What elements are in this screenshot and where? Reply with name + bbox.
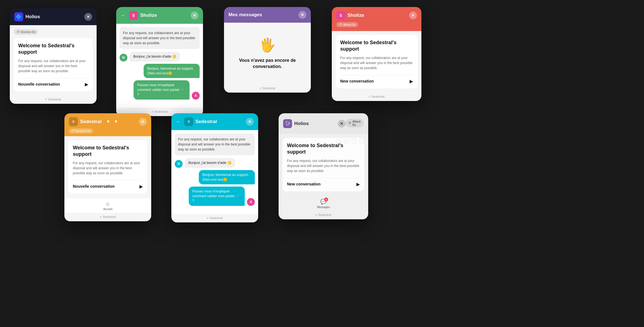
- home-icon: ⌂: [106, 201, 109, 207]
- close-button[interactable]: ✕: [191, 11, 199, 19]
- chat-messages: N Bonjour, j'ai besoin d'aide 🟡 Bonjour,…: [175, 158, 255, 206]
- bottom-nav: 💬 4 Messages: [279, 196, 368, 211]
- arrow-icon: ▶: [356, 182, 360, 187]
- holios-logo: 🔷: [14, 12, 23, 21]
- footer-text: Sedestral: [318, 213, 331, 217]
- message-row: Bonjour, bienvenue au support. Dites-moi…: [175, 170, 255, 185]
- welcome-title: Welcome to Sedestral's support: [340, 39, 413, 53]
- message-bubble: Bonjour, j'ai besoin d'aide 🟡: [185, 158, 235, 168]
- footer-text: Sedestral: [372, 95, 384, 98]
- close-button[interactable]: ✕: [84, 13, 92, 21]
- sedestral-logo: ≡: [184, 117, 193, 126]
- footer-text: Sedestral: [48, 98, 61, 101]
- welcome-card: Welcome to Sedestral's support For any r…: [336, 35, 417, 88]
- widget-footer: ≡ Sedestral: [10, 95, 97, 104]
- sholize-header: ← S Sholize ✕: [116, 7, 203, 24]
- welcome-title: Welcome to Sedestral's support: [73, 145, 143, 158]
- widget-body: ⚙⚙⚙⚙ Welcome to Sedestral's support For …: [279, 134, 368, 196]
- home-nav-item[interactable]: ⌂ Accueil: [103, 201, 112, 211]
- header-brand: ≡ Sedestral ▼ ▼: [69, 117, 118, 126]
- widget-footer: ≡ Sedestral: [224, 84, 311, 93]
- widget-footer: ≡ Sedestral: [332, 93, 421, 101]
- mes-messages-widget: Mes messages ✕ 🖐️ Vous n'avez pas encore…: [224, 7, 311, 93]
- footer-logo: ≡: [152, 110, 153, 113]
- header-brand: S Sholize: [336, 11, 364, 20]
- close-button[interactable]: ✕: [298, 11, 306, 19]
- back-button[interactable]: ←: [121, 13, 126, 18]
- brand-name: Mes messages: [228, 12, 262, 18]
- time-text: Environ 0s: [21, 30, 35, 34]
- brand-name: Sedestral: [80, 119, 102, 124]
- brand-name: Holios: [25, 14, 40, 20]
- arrow-icon: ▶: [139, 184, 143, 189]
- header-brand: 🔷 Holios: [14, 12, 40, 21]
- sedestral-teal-widget: ← ≡ Sedestral ✕ For any request, our col…: [171, 113, 258, 222]
- widget-footer: ≡ Sedestral: [171, 214, 258, 222]
- message-bubble: Bonjour, bienvenue au support. Dites-moi…: [144, 64, 200, 78]
- message-bubble: Pouvez-vous m'expliquer comment valider …: [189, 187, 245, 206]
- brand-name: Holios: [294, 121, 309, 126]
- avatar: N: [120, 54, 127, 62]
- message-bubble: Bonjour, bienvenue au support. Dites-moi…: [199, 170, 255, 185]
- footer-text: Sedestral: [155, 110, 167, 113]
- sholize-red-header: S Sholize ✕ ⏱ About 0s: [332, 7, 421, 31]
- sholize-logo: S: [336, 11, 345, 20]
- message-bubble: Bonjour, j'ai besoin d'aide 🟡: [130, 52, 180, 62]
- new-conv-label: New conversation: [340, 79, 374, 83]
- holios-dark-widget: 🔷 Holios ✕ ⏱ Environ 0s Welcome to Sedes…: [10, 8, 97, 104]
- new-conv-label: Nouvelle conversation: [18, 82, 60, 86]
- message-row: A Pouvez-vous m'expliquer comment valide…: [175, 187, 255, 206]
- messages-nav-item[interactable]: 💬 4 Messages: [317, 199, 330, 209]
- footer-logo: ≡: [316, 213, 317, 217]
- footer-text: Sedestral: [262, 86, 275, 90]
- about-text: About 0s: [343, 23, 355, 26]
- message-bubble: Pouvez-vous m'expliquer comment valider …: [134, 80, 190, 99]
- time-badge: ⏱ Environ 0s: [14, 29, 38, 35]
- brand-name: Sholize: [140, 13, 157, 18]
- close-button[interactable]: ✕: [409, 11, 417, 19]
- message-row: A Pouvez-vous m'expliquer comment valide…: [120, 80, 200, 99]
- chat-body: For any request, our collaborators are a…: [171, 130, 258, 214]
- home-label: Accueil: [103, 208, 112, 211]
- sedestral-logo: ≡: [69, 117, 78, 126]
- holios-logo: 🔮: [283, 119, 292, 128]
- widget-footer: ≡ Sedestral: [64, 213, 151, 221]
- holios-header: 🔷 Holios ✕: [10, 8, 97, 25]
- holios-gray-header: 🔮 Holios ✕ ⏱ About 0s: [279, 113, 368, 134]
- clock-icon: ⏱: [72, 129, 75, 133]
- clock-icon: ⏱: [348, 121, 351, 125]
- message-row: N Bonjour, j'ai besoin d'aide 🟡: [175, 158, 255, 168]
- messages-label: Messages: [317, 206, 330, 209]
- new-conversation-button[interactable]: New conversation ▶: [287, 178, 360, 187]
- welcome-text: For any request, our collaborators are a…: [18, 58, 88, 74]
- footer-logo: ≡: [100, 215, 102, 218]
- sedestral-teal-header: ← ≡ Sedestral ✕: [171, 113, 258, 130]
- close-button[interactable]: ✕: [338, 120, 346, 128]
- welcome-title: Welcome to Sedestral's support: [18, 43, 88, 56]
- bottom-nav: ⌂ Accueil: [64, 198, 151, 213]
- no-conversation-text: Vous n'avez pas encore de conversation.: [230, 57, 305, 70]
- widget-body: ⏱ Environ 0s Welcome to Sedestral's supp…: [10, 25, 97, 95]
- chat-messages: N Bonjour, j'ai besoin d'aide 🟡 Bonjour,…: [120, 52, 200, 100]
- clock-icon: ⏱: [17, 30, 20, 34]
- sholize-logo: S: [129, 11, 138, 20]
- header-brand: ← ≡ Sedestral: [176, 117, 217, 126]
- message-row: Bonjour, bienvenue au support. Dites-moi…: [120, 64, 200, 78]
- new-conversation-button[interactable]: Nouvelle conversation ▶: [18, 78, 88, 87]
- back-button[interactable]: ←: [176, 119, 181, 125]
- footer-logo: ≡: [45, 98, 47, 101]
- close-button[interactable]: ✕: [139, 118, 147, 126]
- mes-messages-header: Mes messages ✕: [224, 7, 311, 23]
- close-button[interactable]: ✕: [246, 118, 254, 126]
- brand-name: Sholize: [347, 13, 364, 18]
- sholize-red-widget: S Sholize ✕ ⏱ About 0s Welcome to Sedest…: [332, 7, 421, 101]
- new-conversation-button[interactable]: Nouvelle conversation ▶: [73, 180, 143, 189]
- welcome-card: Welcome to Sedestral's support For any r…: [68, 140, 147, 194]
- avatar: A: [192, 92, 200, 100]
- welcome-text: For any request, our collaborators are a…: [287, 158, 360, 173]
- sedestral-orange-header: ≡ Sedestral ▼ ▼ ✕ ⏱ Environ 0s: [64, 113, 151, 136]
- new-conversation-button[interactable]: New conversation ▶: [340, 75, 413, 84]
- footer-text: Sedestral: [210, 216, 223, 220]
- widget-body: Welcome to Sedestral's support For any r…: [332, 31, 421, 93]
- arrow-icon: ▶: [85, 82, 88, 87]
